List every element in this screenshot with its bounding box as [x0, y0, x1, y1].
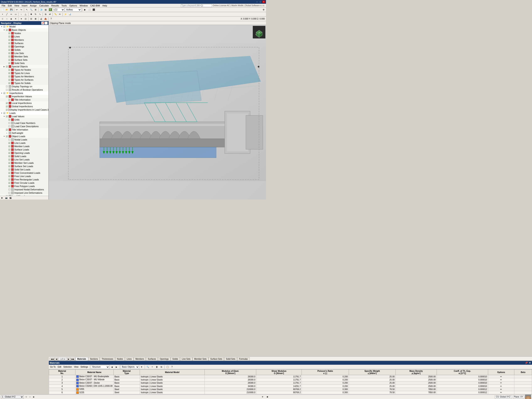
nav-item-surfaces[interactable]: ☑Surfaces: [0, 42, 48, 45]
nav-check-booleanResults[interactable]: ☐: [5, 88, 8, 91]
nav-item-solidLoads[interactable]: ☑Solid Loads: [0, 155, 48, 158]
new-btn[interactable]: 📄: [0, 8, 5, 12]
menu-calculate[interactable]: Calculate: [38, 4, 50, 7]
menu-window[interactable]: Window: [78, 4, 89, 7]
nav-item-memberSets[interactable]: ☑Member Sets: [0, 55, 48, 58]
nav-item-units[interactable]: ☑Units: [0, 118, 48, 121]
nav-check-memberLoads[interactable]: ☑: [8, 145, 11, 148]
nav-pin-btn[interactable]: 📌: [41, 22, 44, 25]
nav-item-imposedNodalDef[interactable]: ☐Imposed Nodal Deformations: [0, 188, 48, 191]
nav-arrow-basicObjects[interactable]: ▼: [3, 29, 5, 31]
snap-node[interactable]: ○: [5, 17, 9, 21]
viewport[interactable]: Clipping Plane mode: [49, 21, 266, 200]
render-btn[interactable]: ▶: [83, 8, 87, 12]
nav-check-model[interactable]: ☑: [3, 25, 6, 28]
nav-check-memberSets[interactable]: ☑: [8, 55, 11, 58]
nav-check-typesForSolids[interactable]: ☑: [8, 82, 11, 85]
line-tool[interactable]: ╱: [5, 13, 9, 16]
print-btn[interactable]: 🖨: [39, 17, 43, 21]
nav-item-lineLoads[interactable]: ☑Line Loads: [0, 141, 48, 145]
scale-tool[interactable]: ⤡: [38, 13, 42, 16]
load-case-select[interactable]: LC2: [52, 8, 65, 12]
nav-item-loadValues[interactable]: ▼☑Load Values: [0, 115, 48, 118]
menu-assign[interactable]: Assign: [29, 4, 38, 7]
nav-item-localImperfections[interactable]: ☑Local Imperfections: [0, 101, 48, 105]
nav-check-units[interactable]: ☑: [8, 118, 11, 121]
menu-insert[interactable]: Insert: [20, 4, 29, 7]
nav-item-surfaceSetLoads[interactable]: ☑Surface Set Loads: [0, 165, 48, 168]
menu-view[interactable]: View: [13, 4, 21, 7]
snap-grid[interactable]: ⊹: [0, 17, 5, 21]
nav-item-displayImperfections[interactable]: ☑Display Imperfections in Load Cases & C…: [0, 108, 48, 111]
help-btn[interactable]: ?: [49, 17, 53, 21]
nav-item-impTitleInfo[interactable]: ☑Title Information: [0, 98, 48, 101]
zoom-all-btn[interactable]: ⊞: [33, 8, 38, 12]
nav-arrow-model[interactable]: ▼: [0, 26, 3, 28]
nav-item-typesForLines[interactable]: ☑Types for Lines: [0, 71, 48, 75]
maximize-button[interactable]: □: [259, 1, 262, 3]
select-btn[interactable]: ↖: [25, 8, 29, 12]
nav-check-surfaces[interactable]: ☑: [8, 42, 11, 45]
measure-tool[interactable]: 📏: [53, 13, 57, 16]
nav-item-typesForSolids[interactable]: ☑Types for Solids: [0, 82, 48, 85]
support-tool[interactable]: △: [24, 13, 28, 16]
snap-intersection[interactable]: ✕: [13, 17, 18, 21]
nav-check-selfWeight[interactable]: ▪: [5, 132, 8, 134]
nav-check-freeLineLoads[interactable]: ☑: [8, 175, 11, 178]
menu-file[interactable]: File: [0, 4, 7, 7]
nav-item-freePolygonLoads[interactable]: ☑Free Polygon Loads: [0, 184, 48, 188]
nav-item-solidSets[interactable]: ☑Solid Sets: [0, 62, 48, 65]
view3d-btn[interactable]: 🧊: [39, 8, 43, 12]
nav-check-freeCircularLoads[interactable]: ☑: [8, 181, 11, 184]
nav-item-objectLoads[interactable]: ▼☑Object Loads: [0, 135, 48, 138]
save-btn[interactable]: 💾: [9, 8, 13, 12]
nav-check-displayImperfections[interactable]: ☑: [5, 108, 8, 111]
nav-bottom-icon1[interactable]: ▶: [0, 196, 4, 200]
settings-btn[interactable]: ⚙: [261, 8, 266, 12]
minimize-button[interactable]: ─: [256, 1, 259, 3]
redo-btn[interactable]: ↪: [19, 8, 23, 12]
nav-item-nodes[interactable]: ☑Nodes: [0, 32, 48, 35]
filter-btn[interactable]: ▾: [19, 17, 23, 21]
nav-item-solidSetLoads[interactable]: ☑Solid Set Loads: [0, 168, 48, 171]
nav-check-surfaceSetLoads[interactable]: ☑: [8, 165, 11, 168]
nav-item-loadCaseNumbers[interactable]: ☐Load Case Numbers: [0, 121, 48, 125]
nav-arrow-loadValues[interactable]: ▼: [3, 115, 5, 117]
nav-item-typesForMembers[interactable]: ☑Types for Members: [0, 75, 48, 78]
nav-check-surfaceLoads[interactable]: ☑: [8, 148, 11, 151]
view-front-btn[interactable]: ▤: [44, 8, 48, 12]
snap-midpoint[interactable]: ◈: [9, 17, 13, 21]
nav-check-freeRectangularLoads[interactable]: ☑: [8, 178, 11, 181]
menu-cadbim[interactable]: CAD-BIM: [89, 4, 101, 7]
nav-item-globalImperfections[interactable]: ☑Global Imperfections: [0, 105, 48, 108]
3d-viewport[interactable]: +X +Y: [49, 25, 266, 200]
results-btn[interactable]: 📊: [68, 13, 72, 16]
nav-item-typesForSurfaces[interactable]: ☑Types for Surfaces: [0, 78, 48, 82]
nav-check-typesForLines[interactable]: ☑: [8, 72, 11, 75]
nav-check-loads[interactable]: ☑: [3, 112, 6, 114]
nav-check-loadValues[interactable]: ☑: [5, 115, 8, 118]
nav-check-surfaceSets[interactable]: ☑: [8, 58, 11, 61]
nav-arrow-specialObjects[interactable]: ▶: [3, 66, 5, 68]
nav-item-selfWeight[interactable]: ▪Self-weight: [0, 131, 48, 135]
nav-check-lineSetLoads[interactable]: ☑: [8, 158, 11, 161]
nav-item-openingLoads[interactable]: ☑Opening Loads: [0, 151, 48, 155]
nav-check-nodes[interactable]: ☑: [8, 32, 11, 35]
menu-help[interactable]: Help: [101, 4, 108, 7]
nav-check-solids[interactable]: ☑: [8, 48, 11, 51]
nav-item-solids[interactable]: ☑Solids: [0, 48, 48, 51]
move-tool[interactable]: ✚: [29, 13, 33, 16]
nav-item-memberLoads[interactable]: ☑Member Loads: [0, 145, 48, 148]
nav-check-solidSets[interactable]: ☑: [8, 62, 11, 65]
load-tool[interactable]: ↓: [19, 13, 23, 16]
solid-render-btn[interactable]: ⬛: [92, 8, 96, 12]
nav-check-freeConcentratedLoads[interactable]: ☑: [8, 171, 11, 174]
nav-item-surfaceSets[interactable]: ☑Surface Sets: [0, 58, 48, 62]
load-case-name-select[interactable]: Aufbau: [65, 8, 82, 12]
nav-item-members[interactable]: ☑Members: [0, 38, 48, 42]
nav-item-freeLineLoads[interactable]: ☑Free Line Loads: [0, 175, 48, 178]
copy-tool[interactable]: ⧉: [44, 13, 48, 16]
nav-item-lines[interactable]: ☑Lines: [0, 35, 48, 38]
nav-item-openings[interactable]: ☑Openings: [0, 45, 48, 48]
nav-item-imposedLineDef[interactable]: ☐Imposed Line Deformations: [0, 191, 48, 195]
